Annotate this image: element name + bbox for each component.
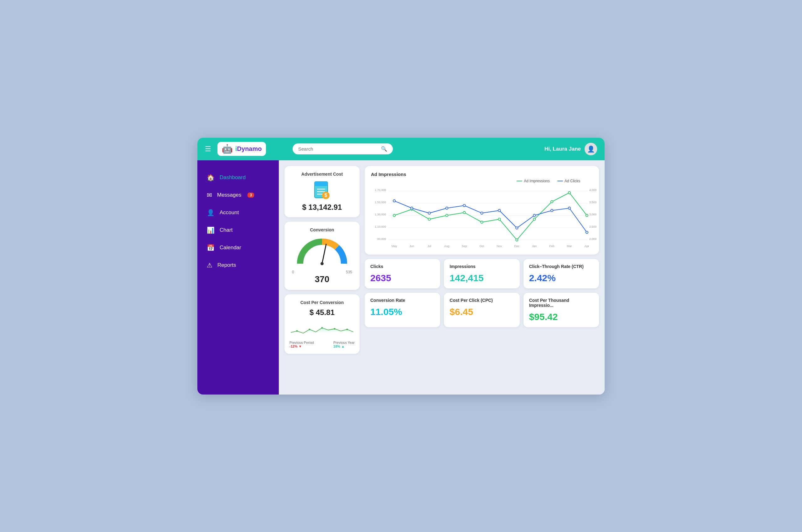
svg-text:3,500: 3,500: [589, 201, 596, 204]
svg-point-62: [551, 209, 553, 211]
header-right: Hi, Laura Jane 👤: [544, 143, 597, 155]
stat-card-cpc: Cost Per Click (CPC) $6.45: [444, 293, 519, 327]
logo-text: iDynamo: [235, 145, 262, 152]
svg-text:Mar: Mar: [567, 244, 572, 247]
svg-text:Aug: Aug: [444, 244, 450, 247]
cost-per-conversion-card: Cost Per Conversion $ 45.81: [284, 294, 360, 354]
svg-point-60: [516, 227, 518, 229]
conversion-card: Conversion: [284, 222, 360, 290]
right-column: Ad Impressions Ad Impressions Ad Clicks: [365, 166, 599, 389]
ad-cost-title: Advertisement Cost: [290, 172, 355, 177]
svg-point-48: [516, 239, 518, 241]
conversion-value: 370: [290, 274, 355, 284]
svg-text:90,000: 90,000: [377, 238, 386, 241]
svg-text:$: $: [324, 193, 328, 198]
search-input[interactable]: [298, 146, 378, 152]
greeting-text: Hi, Laura Jane: [544, 146, 581, 152]
stat-value-cpc: $6.45: [450, 307, 514, 317]
gauge-max: 535: [346, 270, 352, 274]
sidebar-label-account: Account: [220, 209, 239, 216]
stats-row-2: Conversion Rate 11.05% Cost Per Click (C…: [365, 293, 599, 327]
stat-value-impressions: 142,415: [450, 273, 514, 283]
chart-icon: 📊: [207, 226, 215, 234]
app-container: ☰ 🤖 iDynamo 🔍 Hi, Laura Jane 👤 🏠 Dashboa…: [198, 138, 604, 395]
prev-year-label: Previous Year: [333, 341, 355, 344]
svg-point-58: [481, 212, 483, 214]
ad-impressions-chart-card: Ad Impressions Ad Impressions Ad Clicks: [365, 166, 599, 255]
previous-year: Previous Year 18% ▲: [333, 341, 355, 348]
sidebar-item-reports[interactable]: ⚠ Reports: [198, 258, 273, 273]
svg-text:1,10,000: 1,10,000: [375, 225, 386, 228]
svg-point-43: [428, 218, 430, 220]
svg-point-50: [551, 201, 553, 203]
sidebar-label-chart: Chart: [220, 227, 233, 233]
svg-text:Dec: Dec: [515, 244, 520, 247]
calendar-icon: 📅: [207, 244, 215, 251]
sidebar-item-messages[interactable]: ✉ Messages 3: [198, 187, 273, 203]
stat-label-conversion-rate: Conversion Rate: [370, 298, 434, 303]
header: ☰ 🤖 iDynamo 🔍 Hi, Laura Jane 👤: [198, 138, 604, 160]
gauge-min: 0: [292, 270, 294, 274]
svg-point-61: [533, 214, 535, 216]
svg-text:Jan: Jan: [532, 244, 537, 247]
stats-row-1: Clicks 2635 Impressions 142,415 Click–Th…: [365, 259, 599, 288]
svg-point-41: [393, 214, 395, 216]
svg-text:1,50,000: 1,50,000: [375, 201, 386, 204]
svg-text:4,000: 4,000: [589, 188, 596, 191]
svg-point-56: [446, 207, 448, 209]
prev-year-value: 18%: [333, 344, 340, 348]
stat-label-cpm: Cost Per Thousand Impressio...: [529, 298, 593, 308]
prev-period-label: Previous Period: [290, 341, 314, 344]
sidebar-label-messages: Messages: [217, 192, 241, 198]
stat-value-ctr: 2.42%: [529, 273, 593, 283]
sidebar-item-chart[interactable]: 📊 Chart: [198, 222, 273, 238]
chart-title: Ad Impressions: [371, 172, 593, 177]
hamburger-icon[interactable]: ☰: [205, 145, 211, 153]
svg-point-9: [296, 330, 298, 331]
sidebar-item-calendar[interactable]: 📅 Calendar: [198, 240, 273, 255]
svg-point-44: [446, 214, 448, 216]
svg-text:3,000: 3,000: [589, 213, 596, 216]
chart-svg: 1,70,000 1,50,000 1,30,000 1,10,000 90,0…: [371, 186, 593, 250]
stat-label-ctr: Click–Through Rate (CTR): [529, 264, 593, 269]
svg-point-45: [463, 211, 465, 213]
stat-label-cpc: Cost Per Click (CPC): [450, 298, 514, 303]
stat-card-cpm: Cost Per Thousand Impressio... $95.42: [523, 293, 599, 327]
svg-text:2,500: 2,500: [589, 225, 596, 228]
previous-period: Previous Period -12% ▼: [290, 341, 314, 348]
header-logo-area: ☰ 🤖 iDynamo: [205, 142, 286, 156]
cpc-value: $ 45.81: [290, 308, 355, 317]
gauge-range: 0 535: [290, 270, 355, 274]
reports-icon: ⚠: [207, 262, 212, 269]
svg-point-53: [393, 200, 395, 202]
svg-point-64: [586, 231, 588, 233]
period-row: Previous Period -12% ▼ Previous Year 18%…: [290, 341, 355, 348]
cpc-title: Cost Per Conversion: [290, 300, 355, 305]
svg-point-51: [568, 191, 571, 193]
sidebar-item-account[interactable]: 👤 Account: [198, 205, 273, 221]
stat-label-impressions: Impressions: [450, 264, 514, 269]
svg-text:1,30,000: 1,30,000: [375, 213, 386, 216]
svg-text:Jul: Jul: [427, 244, 431, 247]
home-icon: 🏠: [207, 174, 215, 181]
sidebar-label-dashboard: Dashboard: [220, 174, 246, 181]
svg-point-10: [309, 328, 311, 330]
search-area: 🔍: [293, 144, 544, 154]
svg-point-49: [533, 218, 535, 220]
sidebar-item-dashboard[interactable]: 🏠 Dashboard: [198, 170, 273, 185]
svg-line-7: [322, 244, 326, 264]
sidebar-label-reports: Reports: [218, 262, 236, 268]
legend-clicks: Ad Clicks: [557, 179, 580, 183]
stat-value-cpm: $95.42: [529, 311, 593, 322]
prev-period-value: -12%: [290, 344, 298, 348]
svg-point-52: [586, 214, 588, 216]
left-column: Advertisement Cost $ $ 13,142.91: [284, 166, 360, 389]
svg-text:Sep: Sep: [462, 244, 467, 247]
svg-text:Feb: Feb: [549, 244, 555, 247]
search-box: 🔍: [293, 144, 393, 154]
svg-text:Oct: Oct: [480, 244, 484, 247]
search-icon: 🔍: [381, 146, 387, 152]
sidebar: 🏠 Dashboard ✉ Messages 3 👤 Account 📊 Cha…: [198, 160, 279, 395]
svg-text:Apr: Apr: [584, 244, 589, 247]
stat-card-impressions: Impressions 142,415: [444, 259, 519, 288]
